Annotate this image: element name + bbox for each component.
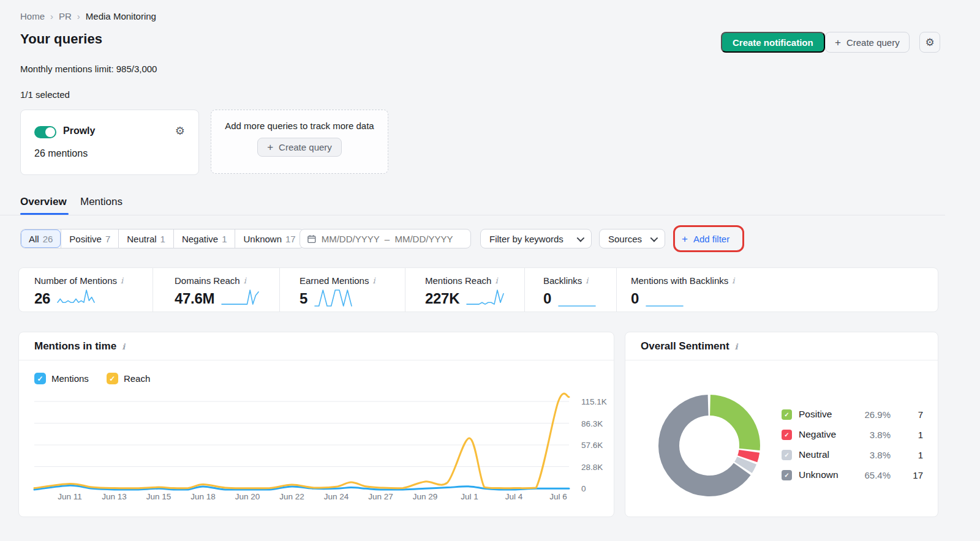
metric-label-row: Number of Mentionsi — [34, 275, 153, 286]
mentions-in-time-card: Mentions in time i ✓Mentions✓Reach 115.1… — [18, 332, 614, 517]
metric-sparkline — [56, 287, 96, 308]
sentiment-negative-checkbox[interactable]: ✓ — [782, 430, 792, 440]
query-gear-icon[interactable]: ⚙ — [175, 124, 185, 138]
plus-icon: + — [682, 234, 688, 244]
segment-count: 1 — [160, 234, 165, 244]
metric-value: 227K — [425, 289, 459, 308]
breadcrumb-separator-icon: › — [50, 11, 53, 21]
info-icon[interactable]: i — [586, 276, 588, 285]
breadcrumb: Home›PR›Media Monitoring — [20, 11, 156, 21]
sentiment-label: Positive — [799, 409, 832, 420]
metric-value-row: 5 — [300, 287, 405, 308]
segment-count: 1 — [222, 234, 227, 244]
metric-sparkline — [314, 287, 353, 308]
create-query-button-secondary[interactable]: + Create query — [257, 138, 342, 157]
svg-text:Jun 29: Jun 29 — [413, 492, 438, 501]
segment-label: Negative — [182, 234, 218, 244]
keywords-filter-label: Filter by keywords — [489, 234, 564, 244]
svg-text:57.6K: 57.6K — [581, 441, 603, 450]
metric-label: Domains Reach — [175, 275, 240, 286]
query-mentions-count: 26 mentions — [34, 148, 88, 159]
metric-earned-mentions: Earned Mentionsi5 — [279, 268, 405, 312]
date-range-picker[interactable] — [300, 229, 471, 248]
sentiment-legend-row-positive: ✓Positive26.9%7 — [782, 408, 924, 421]
chevron-down-icon — [650, 234, 658, 242]
donut-slice-neutral — [743, 461, 747, 468]
metric-number-of-mentions: Number of Mentionsi26 — [19, 268, 153, 312]
info-icon[interactable]: i — [121, 276, 123, 285]
metric-backlinks: Backlinksi0 — [524, 268, 616, 312]
sentiment-unknown-checkbox[interactable]: ✓ — [782, 470, 792, 480]
query-toggle[interactable] — [34, 126, 56, 138]
metric-value: 0 — [543, 289, 551, 308]
filter-segment-all[interactable]: All26 — [21, 229, 61, 248]
svg-text:Jun 20: Jun 20 — [235, 492, 260, 501]
divider — [625, 360, 938, 360]
filter-segment-negative[interactable]: Negative1 — [173, 229, 235, 248]
svg-text:115.1K: 115.1K — [581, 397, 607, 406]
create-query-button[interactable]: + Create query — [825, 32, 910, 53]
add-query-card: Add more queries to track more data + Cr… — [211, 110, 388, 174]
info-icon[interactable]: i — [372, 276, 375, 285]
sentiment-donut-chart — [657, 394, 761, 498]
add-query-text: Add more queries to track more data — [224, 119, 375, 132]
metric-value: 47.6M — [175, 289, 214, 308]
sentiment-legend-row-neutral: ✓Neutral3.8%1 — [782, 448, 924, 461]
create-notification-button[interactable]: Create notification — [721, 32, 825, 53]
info-icon[interactable]: i — [495, 276, 497, 285]
svg-text:Jun 13: Jun 13 — [102, 492, 127, 501]
sentiment-legend-row-unknown: ✓Unknown65.4%17 — [782, 468, 924, 482]
selection-count-text: 1/1 selected — [20, 89, 70, 100]
date-range-input[interactable] — [322, 234, 463, 244]
sentiment-percent: 3.8% — [843, 430, 891, 440]
metric-label-row: Backlinksi — [543, 275, 616, 286]
metric-mentions-with-backlinks: Mentions with Backlinksi0 — [616, 268, 938, 312]
info-icon[interactable]: i — [735, 342, 738, 351]
metric-label: Backlinks — [543, 275, 582, 286]
sentiment-label: Unknown — [799, 469, 839, 480]
info-icon[interactable]: i — [732, 276, 734, 285]
toggle-knob — [45, 127, 55, 137]
sentiment-count: 17 — [900, 470, 923, 480]
sentiment-filter-segments: All26Positive7Neutral1Negative1Unknown17 — [20, 229, 304, 248]
tab-mentions[interactable]: Mentions — [80, 196, 123, 208]
add-filter-button[interactable]: + Add filter — [682, 229, 729, 248]
donut-slice-positive — [710, 405, 750, 449]
svg-text:Jun 15: Jun 15 — [146, 492, 172, 501]
sentiment-positive-checkbox[interactable]: ✓ — [782, 409, 792, 420]
gear-icon[interactable]: ⚙ — [919, 32, 940, 53]
svg-text:Jun 27: Jun 27 — [368, 492, 393, 501]
query-card: Prowly ⚙ 26 mentions — [20, 110, 199, 175]
breadcrumb-item-pr[interactable]: PR — [59, 11, 72, 21]
metric-mentions-reach: Mentions Reachi227K — [405, 268, 524, 312]
breadcrumb-item-home[interactable]: Home — [20, 11, 45, 21]
sentiment-count: 1 — [900, 450, 923, 460]
metric-label-row: Domains Reachi — [175, 275, 279, 286]
metric-value: 5 — [300, 289, 307, 308]
metric-sparkline — [557, 287, 597, 308]
sentiment-percent: 65.4% — [843, 470, 891, 480]
keywords-filter-dropdown[interactable]: Filter by keywords — [480, 229, 592, 248]
sources-filter-dropdown[interactable]: Sources — [599, 229, 665, 248]
metric-sparkline — [466, 287, 505, 308]
tab-overview[interactable]: Overview — [20, 196, 67, 208]
calendar-icon — [307, 234, 316, 244]
filter-segment-unknown[interactable]: Unknown17 — [235, 229, 303, 248]
sentiment-label: Negative — [799, 429, 836, 440]
metric-label: Earned Mentions — [300, 275, 369, 286]
metric-value-row: 26 — [34, 287, 153, 308]
segment-count: 17 — [285, 234, 296, 244]
svg-text:0: 0 — [581, 484, 586, 493]
filter-segment-neutral[interactable]: Neutral1 — [118, 229, 173, 248]
segment-label: Positive — [69, 234, 102, 244]
create-query-label: Create query — [846, 37, 900, 48]
card-title: Overall Sentiment i — [641, 340, 738, 353]
sentiment-neutral-checkbox[interactable]: ✓ — [782, 450, 792, 460]
info-icon[interactable]: i — [244, 276, 246, 285]
filter-segment-positive[interactable]: Positive7 — [61, 229, 118, 248]
create-query-label: Create query — [279, 142, 332, 152]
breadcrumb-item-media-monitoring: Media Monitoring — [86, 11, 156, 21]
add-filter-label: Add filter — [693, 234, 729, 244]
svg-text:Jun 22: Jun 22 — [279, 492, 304, 501]
metric-sparkline — [645, 287, 684, 308]
